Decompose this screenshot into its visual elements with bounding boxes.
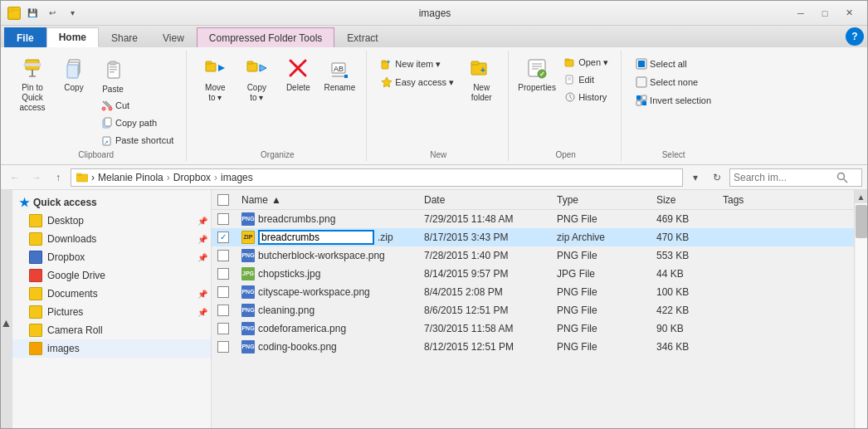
new-group: + New item ▾ Easy access ▾ + Newfolder N… bbox=[368, 51, 509, 161]
row-checkbox-1[interactable] bbox=[217, 232, 229, 243]
row-checkbox-5[interactable] bbox=[217, 305, 229, 316]
history-btn[interactable]: History bbox=[558, 89, 614, 105]
search-input[interactable] bbox=[734, 172, 833, 183]
table-row[interactable]: PNG cityscape-workspace.png 8/4/2015 2:0… bbox=[212, 283, 854, 301]
row-check-1[interactable] bbox=[212, 232, 235, 243]
row-type-5: PNG File bbox=[550, 305, 650, 316]
sidebar-scroll-up[interactable]: ▲ bbox=[1, 190, 12, 429]
row-check-7[interactable] bbox=[212, 341, 235, 353]
paste-shortcut-btn[interactable]: ↗ Paste shortcut bbox=[95, 132, 179, 149]
tab-compressed[interactable]: Compressed Folder Tools bbox=[197, 27, 335, 47]
row-check-6[interactable] bbox=[212, 323, 235, 334]
scroll-up-btn[interactable]: ▲ bbox=[855, 190, 868, 203]
easy-access-btn[interactable]: Easy access ▾ bbox=[375, 74, 460, 90]
tab-share[interactable]: Share bbox=[99, 27, 150, 47]
table-row[interactable]: JPG chopsticks.jpg 8/14/2015 9:57 PM JPG… bbox=[212, 265, 854, 283]
cut-btn[interactable]: Cut bbox=[95, 97, 179, 114]
row-checkbox-0[interactable] bbox=[217, 213, 229, 225]
new-folder-btn[interactable]: + Newfolder bbox=[461, 52, 501, 105]
select-all-checkbox[interactable] bbox=[217, 194, 229, 206]
scroll-thumb[interactable] bbox=[856, 205, 867, 238]
table-row[interactable]: PNG codeforamerica.png 7/30/2015 11:58 A… bbox=[212, 319, 854, 338]
close-btn[interactable]: ✕ bbox=[837, 2, 861, 25]
sidebar-item-documents[interactable]: Documents 📌 bbox=[12, 285, 211, 303]
new-item-btn[interactable]: + New item ▾ bbox=[375, 56, 460, 72]
table-row[interactable]: PNG coding-books.png 8/12/2015 12:51 PM … bbox=[212, 338, 854, 356]
edit-btn[interactable]: Edit bbox=[558, 71, 614, 88]
filename-edit-input[interactable] bbox=[258, 230, 374, 245]
row-size-3: 44 KB bbox=[650, 268, 716, 280]
zip-icon-1: ZIP bbox=[241, 231, 255, 244]
vertical-scrollbar[interactable]: ▲ ▼ bbox=[854, 190, 867, 429]
scroll-track bbox=[856, 203, 867, 429]
qat-undo-btn[interactable]: ↩ bbox=[44, 5, 61, 22]
row-checkbox-2[interactable] bbox=[217, 250, 229, 261]
address-path[interactable]: › Melanie Pinola › Dropbox › images bbox=[71, 168, 683, 187]
sidebar-label-downloads: Downloads bbox=[47, 233, 96, 245]
sidebar-item-pictures[interactable]: Pictures 📌 bbox=[12, 303, 211, 321]
back-btn[interactable]: ← bbox=[6, 168, 24, 187]
row-check-4[interactable] bbox=[212, 286, 235, 298]
qat-dropdown-btn[interactable]: ▾ bbox=[64, 5, 80, 22]
row-size-0: 469 KB bbox=[650, 213, 716, 225]
copy-btn[interactable]: Copy bbox=[54, 52, 94, 95]
sidebar-item-images[interactable]: images bbox=[12, 339, 211, 358]
maximize-btn[interactable]: □ bbox=[813, 2, 836, 25]
col-header-tags[interactable]: Tags bbox=[716, 193, 854, 207]
header-check[interactable] bbox=[212, 194, 235, 206]
tab-view[interactable]: View bbox=[150, 27, 197, 47]
col-header-size[interactable]: Size bbox=[650, 193, 716, 207]
table-row[interactable]: PNG breadcrumbs.png 7/29/2015 11:48 AM P… bbox=[212, 210, 854, 228]
pin-to-quick-access-btn[interactable]: Pin to Quickaccess bbox=[12, 52, 52, 115]
table-row[interactable]: ZIP .zip 8/17/2015 3:43 PM zip Archive 4… bbox=[212, 228, 854, 246]
properties-btn[interactable]: ✓ Properties bbox=[517, 52, 557, 95]
row-name-4: PNG cityscape-workspace.png bbox=[235, 285, 417, 299]
forward-btn[interactable]: → bbox=[27, 168, 46, 187]
search-icon bbox=[836, 172, 848, 183]
invert-selection-btn[interactable]: Invert selection bbox=[630, 92, 717, 109]
select-none-btn[interactable]: Select none bbox=[630, 74, 717, 90]
rename-icon: AB bbox=[326, 55, 353, 81]
table-row[interactable]: PNG butcherblock-workspace.png 7/28/2015… bbox=[212, 246, 854, 265]
search-box[interactable] bbox=[729, 168, 862, 187]
rename-btn[interactable]: AB Rename bbox=[319, 52, 359, 95]
col-header-name[interactable]: Name ▲ bbox=[235, 193, 417, 207]
png-icon-7: PNG bbox=[241, 340, 255, 353]
row-checkbox-6[interactable] bbox=[217, 323, 229, 334]
sidebar-item-dropbox[interactable]: Dropbox 📌 bbox=[12, 248, 211, 266]
col-header-type[interactable]: Type bbox=[550, 193, 650, 207]
sidebar-item-google-drive[interactable]: Google Drive bbox=[12, 266, 211, 285]
copy-to-btn[interactable]: Copyto ▾ bbox=[237, 52, 276, 105]
move-to-btn[interactable]: Moveto ▾ bbox=[195, 52, 235, 105]
row-checkbox-4[interactable] bbox=[217, 286, 229, 298]
copy-path-btn[interactable]: Copy path bbox=[95, 115, 179, 131]
row-checkbox-7[interactable] bbox=[217, 341, 229, 353]
sidebar-item-camera-roll[interactable]: Camera Roll bbox=[12, 321, 211, 339]
row-check-3[interactable] bbox=[212, 268, 235, 280]
paste-icon bbox=[100, 56, 126, 83]
tab-home[interactable]: Home bbox=[46, 27, 99, 47]
paste-btn[interactable]: Paste bbox=[95, 54, 130, 96]
sidebar-item-desktop[interactable]: Desktop 📌 bbox=[12, 212, 211, 230]
qat-save-btn[interactable]: 💾 bbox=[24, 5, 41, 22]
quick-access-section: ★ Quick access Desktop 📌 Downloads 📌 Dro… bbox=[12, 193, 211, 358]
open-btn[interactable]: Open ▾ bbox=[558, 54, 614, 71]
tab-extract[interactable]: Extract bbox=[334, 27, 390, 47]
tab-file[interactable]: File bbox=[4, 27, 46, 47]
help-btn[interactable]: ? bbox=[846, 27, 864, 46]
delete-btn[interactable]: Delete bbox=[278, 52, 318, 95]
row-check-5[interactable] bbox=[212, 305, 235, 316]
sidebar-item-downloads[interactable]: Downloads 📌 bbox=[12, 230, 211, 248]
up-btn[interactable]: ↑ bbox=[49, 168, 67, 187]
svg-text:↗: ↗ bbox=[104, 139, 109, 145]
refresh-btn[interactable]: ↻ bbox=[708, 168, 726, 187]
table-row[interactable]: PNG cleaning.png 8/6/2015 12:51 PM PNG F… bbox=[212, 301, 854, 319]
address-dropdown-btn[interactable]: ▾ bbox=[686, 168, 705, 187]
row-checkbox-3[interactable] bbox=[217, 268, 229, 280]
col-header-date[interactable]: Date bbox=[417, 193, 550, 207]
select-all-btn[interactable]: Select all bbox=[630, 56, 717, 72]
row-date-5: 8/6/2015 12:51 PM bbox=[417, 305, 550, 316]
row-check-2[interactable] bbox=[212, 250, 235, 261]
row-check-0[interactable] bbox=[212, 213, 235, 225]
minimize-btn[interactable]: ─ bbox=[789, 2, 812, 25]
